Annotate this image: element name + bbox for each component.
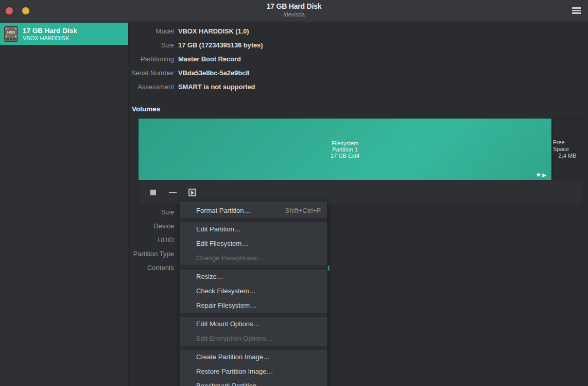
headerbar: 17 GB Hard Disk /dev/sda bbox=[0, 0, 588, 22]
hdd-icon-label: HDD bbox=[5, 30, 18, 34]
detail-row-model: Model VBOX HARDDISK (1.0) bbox=[129, 27, 588, 41]
menu-separator bbox=[180, 313, 327, 317]
free-space-size: 2,4 MB bbox=[559, 153, 577, 159]
hard-disk-icon: HDD bbox=[4, 26, 18, 42]
device-sidebar: HDD 17 GB Hard Disk VBOX HARDDISK bbox=[0, 23, 129, 386]
window-subtitle: /dev/sda bbox=[0, 11, 588, 18]
close-button[interactable] bbox=[6, 7, 13, 14]
detail-label: Size bbox=[129, 208, 178, 216]
detail-value: Master Boot Record bbox=[178, 55, 241, 63]
detail-value: 17 GB (17234395136 bytes) bbox=[178, 41, 263, 49]
menu-separator bbox=[180, 346, 327, 350]
detail-row-partitioning: Partitioning Master Boot Record bbox=[129, 55, 588, 69]
menu-item-benchmark-partition[interactable]: Benchmark Partition… bbox=[180, 379, 327, 386]
menu-item-edit-filesystem[interactable]: Edit Filesystem… bbox=[180, 237, 327, 251]
detail-label: Serial Number bbox=[129, 69, 178, 77]
window-title-stack: 17 GB Hard Disk /dev/sda bbox=[0, 2, 588, 18]
detail-label: Contents bbox=[129, 264, 178, 272]
detail-row-ptype: Partition Type bbox=[129, 250, 178, 264]
detail-label: UUID bbox=[129, 236, 178, 244]
window-title: 17 GB Hard Disk bbox=[0, 2, 588, 10]
minimize-button[interactable] bbox=[22, 7, 29, 14]
partition-context-menu: Format Partition… Shift+Ctrl+F Edit Part… bbox=[179, 201, 327, 386]
minus-icon bbox=[169, 192, 177, 193]
partition-size: 17 GB Ext4 bbox=[139, 153, 551, 159]
menu-item-format-partition[interactable]: Format Partition… Shift+Ctrl+F bbox=[180, 204, 327, 218]
star-icon: ★ bbox=[536, 171, 543, 178]
detail-value: SMART is not supported bbox=[178, 83, 255, 91]
detail-label: Partitioning bbox=[129, 55, 178, 63]
menu-item-edit-mount-options[interactable]: Edit Mount Options… bbox=[180, 317, 327, 331]
device-text: 17 GB Hard Disk VBOX HARDDISK bbox=[23, 27, 77, 41]
delete-partition-button[interactable] bbox=[168, 189, 177, 197]
partition-name: Partition 1 bbox=[139, 146, 551, 153]
menu-item-restore-partition-image[interactable]: Restore Partition Image… bbox=[180, 364, 327, 379]
partition-block[interactable]: Filesystem Partition 1 17 GB Ext4 ★▶ bbox=[139, 119, 551, 180]
app-menu-button[interactable] bbox=[572, 7, 581, 14]
drive-details: Model VBOX HARDDISK (1.0) Size 17 GB (17… bbox=[129, 23, 588, 97]
detail-label: Assessment bbox=[129, 83, 178, 91]
detail-label: Model bbox=[129, 27, 178, 35]
hamburger-icon bbox=[572, 7, 581, 9]
menu-accelerator: Shift+Ctrl+F bbox=[285, 204, 321, 218]
menu-item-check-filesystem[interactable]: Check Filesystem… bbox=[180, 284, 327, 298]
hdd-icon-pins bbox=[7, 38, 15, 40]
device-title: 17 GB Hard Disk bbox=[23, 27, 77, 35]
detail-row-uuid: UUID bbox=[129, 236, 178, 250]
mounted-play-icon: ▶ bbox=[542, 172, 547, 178]
partition-options-button[interactable] bbox=[188, 189, 196, 197]
detail-label: Partition Type bbox=[129, 250, 178, 258]
volumes-box: Filesystem Partition 1 17 GB Ext4 ★▶ Fre… bbox=[138, 118, 582, 205]
free-space-title: Free Space bbox=[553, 139, 582, 153]
detail-label: Size bbox=[129, 41, 178, 49]
menu-item-edit-encryption-options: Edit Encryption Options… bbox=[180, 331, 327, 346]
menu-separator bbox=[180, 265, 327, 270]
unmount-button[interactable] bbox=[149, 189, 157, 197]
menu-item-edit-partition[interactable]: Edit Partition… bbox=[180, 222, 327, 237]
partition-fs: Filesystem bbox=[139, 140, 551, 146]
menu-separator bbox=[180, 218, 327, 222]
menu-item-create-partition-image[interactable]: Create Partition Image… bbox=[180, 350, 327, 364]
detail-row-serial: Serial Number VBda53e8bc-5a2e9bc8 bbox=[129, 69, 588, 83]
detail-label: Device bbox=[129, 222, 178, 230]
menu-item-change-passphrase: Change Passphrase… bbox=[180, 251, 327, 265]
partition-details: Size Device UUID Partition Type Contents bbox=[129, 208, 178, 278]
unmount-square-icon bbox=[150, 190, 156, 195]
partition-badges: ★▶ bbox=[536, 171, 547, 178]
detail-value: VBda53e8bc-5a2e9bc8 bbox=[178, 69, 249, 77]
free-space-block[interactable]: Free Space 2,4 MB bbox=[551, 119, 582, 180]
detail-row-size: Size 17 GB (17234395136 bytes) bbox=[129, 41, 588, 55]
partition-label: Filesystem Partition 1 17 GB Ext4 bbox=[139, 140, 551, 159]
detail-row-device: Device bbox=[129, 222, 178, 236]
detail-row-psize: Size bbox=[129, 208, 178, 222]
volume-area: Filesystem Partition 1 17 GB Ext4 ★▶ Fre… bbox=[139, 119, 582, 180]
boxed-play-icon bbox=[188, 189, 196, 196]
menu-item-repair-filesystem[interactable]: Repair Filesystem… bbox=[180, 298, 327, 313]
device-subtitle: VBOX HARDDISK bbox=[23, 35, 77, 41]
sidebar-item-disk[interactable]: HDD 17 GB Hard Disk VBOX HARDDISK bbox=[0, 23, 128, 45]
detail-row-contents: Contents bbox=[129, 264, 178, 278]
contents-mount-link-fragment[interactable]: t bbox=[327, 264, 330, 272]
menu-item-resize[interactable]: Resize… bbox=[180, 270, 327, 284]
detail-row-assessment: Assessment SMART is not supported bbox=[129, 83, 588, 97]
volumes-heading: Volumes bbox=[132, 105, 588, 113]
detail-value: VBOX HARDDISK (1.0) bbox=[178, 27, 249, 35]
